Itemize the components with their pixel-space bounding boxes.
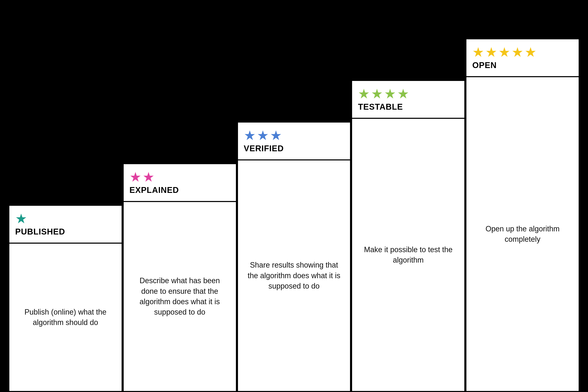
step-testable: ★ ★ ★ ★ TESTABLE Make it possible to tes… [351,80,465,392]
star-1: ★ [358,87,370,100]
rating-testable: ★ ★ ★ ★ TESTABLE [358,87,409,112]
desc-open: Open up the algorithm completely [465,77,580,392]
star-3: ★ [384,87,396,100]
title-explained: EXPLAINED [130,186,179,195]
rating-verified: ★ ★ ★ VERIFIED [244,129,284,153]
star-2: ★ [257,129,269,142]
desc-verified: Share results showing that the algorithm… [237,160,351,392]
star-1: ★ [472,46,484,59]
desc-testable: Make it possible to test the algorithm [351,119,465,392]
title-open: OPEN [472,60,537,70]
title-verified: VERIFIED [244,144,284,153]
label-open: ★ ★ ★ ★ ★ OPEN [465,38,580,77]
rating-explained: ★ ★ EXPLAINED [130,170,179,195]
star-1: ★ [130,170,141,184]
rating-published: ★ PUBLISHED [15,212,65,236]
title-testable: TESTABLE [358,102,409,112]
step-verified: ★ ★ ★ VERIFIED Share results showing tha… [237,122,351,392]
star-4: ★ [397,87,409,100]
stars-published: ★ [15,212,65,225]
star-3: ★ [498,46,510,59]
star-1: ★ [244,129,256,142]
staircase: ★ PUBLISHED Publish (online) what the al… [0,0,588,392]
desc-published: Publish (online) what the algorithm shou… [8,244,123,392]
star-3: ★ [270,129,282,142]
rating-open: ★ ★ ★ ★ ★ OPEN [472,46,537,70]
label-published: ★ PUBLISHED [8,205,123,244]
stars-verified: ★ ★ ★ [244,129,284,142]
star-2: ★ [485,46,497,59]
title-published: PUBLISHED [15,227,65,236]
stars-testable: ★ ★ ★ ★ [358,87,409,100]
star-5: ★ [525,46,537,59]
label-verified: ★ ★ ★ VERIFIED [237,122,351,160]
step-published: ★ PUBLISHED Publish (online) what the al… [8,205,123,392]
star-1: ★ [15,212,27,225]
star-2: ★ [143,170,155,184]
label-explained: ★ ★ EXPLAINED [123,163,237,202]
stars-explained: ★ ★ [130,170,179,184]
desc-explained: Describe what has been done to ensure th… [123,202,237,392]
star-4: ★ [512,46,523,59]
step-explained: ★ ★ EXPLAINED Describe what has been don… [123,163,237,392]
star-2: ★ [371,87,383,100]
stars-open: ★ ★ ★ ★ ★ [472,46,537,59]
label-testable: ★ ★ ★ ★ TESTABLE [351,80,465,119]
step-open: ★ ★ ★ ★ ★ OPEN Open up the algorithm com… [465,38,580,392]
